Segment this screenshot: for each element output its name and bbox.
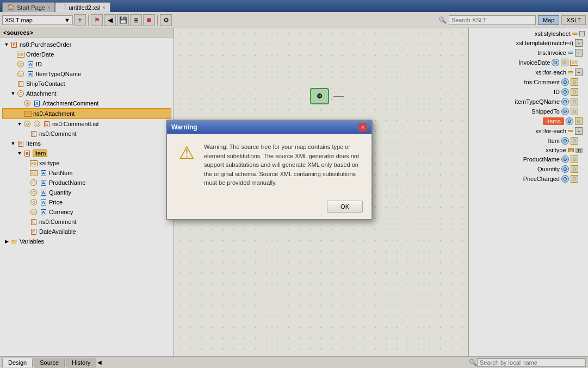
dialog-footer: OK [167,196,372,219]
warning-dialog: Warning × ⚠ Warning: The source tree for… [166,120,373,220]
dialog-body: ⚠ Warning: The source tree for your map … [167,134,372,196]
dialog-title-bar: Warning × [167,121,372,134]
dialog-close-button[interactable]: × [358,123,367,132]
warning-icon: ⚠ [176,142,197,188]
dialog-title-text: Warning [171,123,197,131]
dialog-overlay: Warning × ⚠ Warning: The source tree for… [0,0,588,368]
ok-button[interactable]: OK [327,201,363,213]
dialog-message: Warning: The source tree for your map co… [204,142,363,188]
